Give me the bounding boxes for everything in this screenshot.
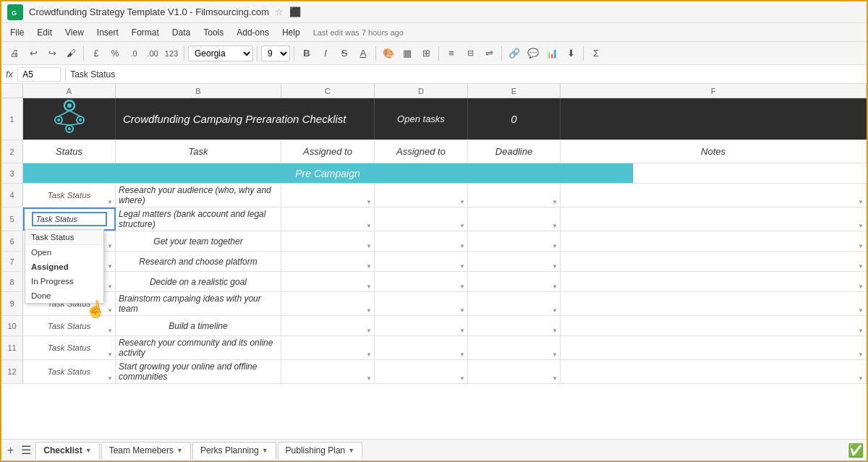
merge-button[interactable]: ⊞ [417, 45, 435, 62]
dropdown-arrow-icon[interactable]: ▼ [459, 198, 466, 205]
dropdown-arrow-icon[interactable]: ▼ [106, 351, 114, 358]
col-header-f[interactable]: F [561, 84, 867, 98]
cell-c-12[interactable]: ▼ [281, 360, 375, 383]
dropdown-arrow-icon[interactable]: ▼ [106, 242, 114, 249]
menu-insert[interactable]: Insert [91, 26, 124, 39]
dropdown-arrow-icon[interactable]: ▼ [365, 222, 373, 229]
dropdown-arrow-icon[interactable]: ▼ [459, 242, 466, 249]
dropdown-arrow-icon[interactable]: ▼ [459, 283, 466, 290]
dropdown-arrow-icon[interactable]: ▼ [106, 327, 114, 334]
dropdown-arrow-icon[interactable]: ▼ [857, 242, 864, 249]
dropdown-arrow-icon[interactable]: ▼ [551, 198, 558, 205]
redo-button[interactable]: ↪ [43, 45, 61, 62]
dropdown-arrow-icon[interactable]: ▼ [106, 198, 114, 205]
percent-button[interactable]: % [106, 45, 124, 62]
selected-cell-input[interactable]: Task Status [32, 212, 107, 226]
cell-e-6[interactable]: ▼ [468, 231, 561, 251]
cell-f-9[interactable]: ▼ [561, 292, 867, 315]
cell-d-4[interactable]: ▼ [375, 184, 468, 207]
dropdown-arrow-icon[interactable]: ▼ [857, 198, 864, 205]
dropdown-arrow-icon[interactable]: ▼ [551, 222, 558, 229]
assigned-to-2-header[interactable]: Assigned to [375, 140, 468, 163]
comment-button[interactable]: 💬 [524, 45, 542, 62]
cell-c-11[interactable]: ▼ [281, 336, 375, 359]
cell-c-10[interactable]: ▼ [281, 316, 375, 335]
col-header-a[interactable]: A [23, 84, 116, 98]
menu-view[interactable]: View [59, 26, 90, 39]
task-header[interactable]: Task [116, 140, 281, 163]
dropdown-arrow-icon[interactable]: ▼ [106, 307, 114, 314]
dropdown-arrow-icon[interactable]: ▼ [459, 222, 466, 229]
menu-addons[interactable]: Add-ons [231, 26, 275, 39]
cell-e-11[interactable]: ▼ [468, 336, 561, 359]
cell-f-7[interactable]: ▼ [561, 252, 867, 271]
cell-e-10[interactable]: ▼ [468, 316, 561, 335]
col-header-b[interactable]: B [116, 84, 281, 98]
cell-c-7[interactable]: ▼ [281, 252, 375, 271]
status-header[interactable]: Status [23, 140, 116, 163]
dropdown-arrow-icon[interactable]: ▼ [365, 283, 373, 290]
folder-icon[interactable]: ⬛ [289, 7, 301, 17]
text-color-button[interactable]: A [354, 45, 372, 62]
cell-e-8[interactable]: ▼ [468, 272, 561, 291]
tab-perks-planning[interactable]: Perks Planning ▼ [192, 442, 276, 459]
task-cell-6[interactable]: Get your team together [116, 231, 281, 251]
dropdown-arrow-icon[interactable]: ▼ [551, 262, 558, 270]
status-cell-12[interactable]: Task Status▼ [23, 360, 116, 383]
cell-e-12[interactable]: ▼ [468, 360, 561, 383]
menu-help[interactable]: Help [276, 26, 306, 39]
status-cell-11[interactable]: Task Status▼ [23, 336, 116, 359]
star-icon[interactable]: ☆ [275, 7, 284, 17]
dropdown-arrow-icon[interactable]: ▼ [857, 327, 864, 334]
cell-c-5[interactable]: ▼ [281, 208, 375, 231]
borders-button[interactable]: ▦ [399, 45, 416, 62]
dropdown-arrow-icon[interactable]: ▼ [106, 283, 114, 290]
task-cell-4[interactable]: Research your audience (who, why and whe… [116, 184, 281, 207]
dropdown-arrow-icon[interactable]: ▼ [551, 283, 558, 290]
col-header-e[interactable]: E [468, 84, 561, 98]
italic-button[interactable]: I [317, 45, 334, 62]
cell-d-10[interactable]: ▼ [375, 316, 468, 335]
dropdown-arrow-icon[interactable]: ▼ [365, 242, 373, 249]
all-sheets-button[interactable]: ☰ [18, 443, 34, 457]
cell-c-4[interactable]: ▼ [281, 184, 375, 207]
dropdown-arrow-icon[interactable]: ▼ [365, 351, 373, 358]
font-size-select[interactable]: 9 [261, 46, 290, 61]
font-family-select[interactable]: Georgia [188, 46, 253, 61]
dropdown-arrow-icon[interactable]: ▼ [106, 262, 114, 270]
dropdown-arrow-icon[interactable]: ▼ [459, 327, 466, 334]
tab-checklist[interactable]: Checklist ▼ [35, 442, 99, 459]
cell-f-12[interactable]: ▼ [561, 360, 867, 383]
cell-f-8[interactable]: ▼ [561, 272, 867, 291]
formula-content[interactable]: Task Status [70, 69, 862, 80]
cell-f-6[interactable]: ▼ [561, 231, 867, 251]
cell-f-5[interactable]: ▼ [561, 208, 867, 231]
cell-f-10[interactable]: ▼ [561, 316, 867, 335]
dropdown-arrow-icon[interactable]: ▼ [365, 198, 373, 205]
cell-d-8[interactable]: ▼ [375, 272, 468, 291]
dropdown-item-open[interactable]: Open [25, 245, 103, 260]
dropdown-arrow-icon[interactable]: ▼ [551, 351, 558, 358]
fill-color-button[interactable]: 🎨 [380, 45, 397, 62]
dropdown-arrow-icon[interactable]: ▼ [551, 327, 558, 334]
task-cell-9[interactable]: Brainstorm campaing ideas with your team [116, 292, 281, 315]
chart-button[interactable]: 📊 [543, 45, 561, 62]
print-button[interactable]: 🖨 [6, 45, 23, 62]
cell-d-7[interactable]: ▼ [375, 252, 468, 271]
filter-button[interactable]: ⬇ [562, 45, 579, 62]
dropdown-arrow-icon[interactable]: ▼ [365, 375, 373, 382]
menu-file[interactable]: File [4, 26, 30, 39]
tab-publishing-plan[interactable]: Publishing Plan ▼ [278, 442, 363, 459]
strikethrough-button[interactable]: S [336, 45, 353, 62]
cell-e-9[interactable]: ▼ [468, 292, 561, 315]
decimal-increase-button[interactable]: .00 [144, 45, 161, 62]
tab-team-members[interactable]: Team Memebers ▼ [101, 442, 191, 459]
paint-format-button[interactable]: 🖌 [62, 45, 80, 62]
task-cell-12[interactable]: Start growing your online and offline co… [116, 360, 281, 383]
dropdown-arrow-icon[interactable]: ▼ [459, 375, 466, 382]
assigned-to-1-header[interactable]: Assigned to [281, 140, 375, 163]
cell-d-12[interactable]: ▼ [375, 360, 468, 383]
menu-edit[interactable]: Edit [31, 26, 58, 39]
task-cell-7[interactable]: Research and choose platform [116, 252, 281, 271]
cell-d-5[interactable]: ▼ [375, 208, 468, 231]
